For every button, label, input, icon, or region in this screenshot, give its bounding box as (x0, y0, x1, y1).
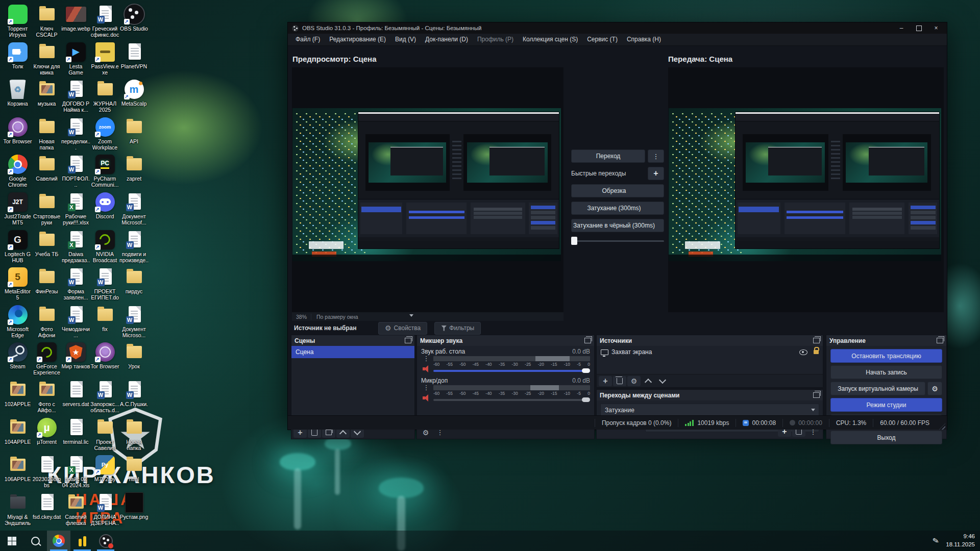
virtual-camera-settings-button[interactable] (927, 382, 942, 395)
popout-icon[interactable] (813, 338, 820, 343)
add-quick-transition-button[interactable] (648, 167, 664, 180)
desktop-icon[interactable]: Steam (3, 342, 32, 380)
desktop-icon[interactable]: Новая папка stugMaus (119, 417, 149, 455)
lock-icon[interactable] (814, 350, 819, 354)
popout-icon[interactable] (937, 338, 943, 343)
minimize-button[interactable]: – (893, 23, 910, 33)
desktop-icon[interactable]: Греческий сфинкс.docx (90, 4, 119, 42)
preview-canvas[interactable] (292, 67, 564, 312)
desktop-icon[interactable]: пирдус (119, 267, 149, 305)
desktop-icon[interactable]: Чемоданчи... (61, 305, 90, 342)
transition-bar-slider[interactable] (571, 236, 664, 245)
desktop-icon[interactable]: Учеба ТБ (32, 230, 61, 267)
scene-list-item[interactable]: Сцена (291, 346, 414, 358)
desktop-icon[interactable]: переделки... (61, 117, 90, 155)
desktop-icon[interactable]: fsd.ckey.dat (32, 492, 61, 530)
desktop-icon[interactable]: Документ Microso... (119, 305, 149, 342)
volume-slider[interactable] (433, 368, 590, 374)
source-up-button[interactable] (642, 376, 655, 386)
desktop-icon[interactable]: Проект Савелия (90, 417, 119, 455)
desktop-icon[interactable]: Рустам.png (119, 492, 149, 530)
quick-transition-crop[interactable]: Обрезка (571, 184, 664, 197)
popout-icon[interactable] (405, 338, 411, 343)
desktop-icon[interactable]: MetaScalp (119, 79, 149, 117)
desktop-icon[interactable]: fix (90, 305, 119, 342)
mute-speaker-icon[interactable] (423, 394, 430, 401)
remove-source-button[interactable] (613, 376, 626, 386)
desktop-icon[interactable]: Савелий флешка (61, 492, 90, 530)
desktop-icon[interactable]: 102APPLE (3, 380, 32, 417)
desktop-icon[interactable]: PlanetVPN (119, 42, 149, 80)
desktop-icon[interactable]: Фото Афони 10.11.22 (32, 305, 61, 342)
desktop-icon[interactable]: Google Chrome (3, 154, 32, 192)
obs-titlebar[interactable]: OBS Studio 31.0.3 - Профиль: Безымянный … (288, 22, 947, 34)
desktop-icon[interactable]: GeForce Experience (32, 342, 61, 380)
desktop-icon[interactable]: zapret (119, 154, 149, 192)
visibility-eye-icon[interactable] (799, 349, 807, 355)
desktop-icon[interactable]: image.webp (61, 4, 90, 42)
desktop-icon[interactable]: ФинРезы (32, 267, 61, 305)
taskbar-obs[interactable] (94, 531, 117, 551)
desktop-icon[interactable]: прайс 02 04 2024.xls (61, 455, 90, 492)
desktop-icon[interactable]: M7V2.py (90, 455, 119, 492)
desktop-icon[interactable]: ПОРТФОЛ... (61, 154, 90, 192)
zoom-level[interactable]: 38% (292, 314, 311, 320)
program-canvas[interactable] (668, 67, 944, 312)
desktop-icon[interactable]: µTorrent (32, 417, 61, 455)
desktop-icon[interactable]: А.С.Пушки... (119, 380, 149, 417)
zoom-mode[interactable]: По размеру окна (311, 314, 363, 320)
desktop-icon[interactable]: Фото с Айфо... (32, 380, 61, 417)
quick-transition-fade-black[interactable]: Затухание в чёрный (300ms) (571, 219, 664, 232)
desktop-icon[interactable]: Мир танков (61, 342, 90, 380)
transition-button[interactable]: Переход (571, 149, 645, 163)
control-button[interactable]: Запуск виртуальной камеры (830, 382, 925, 395)
desktop-icon[interactable]: музыка (32, 79, 61, 117)
desktop-icon[interactable]: ДОЛИНА ДЗЕРЕНА.... (90, 492, 119, 530)
taskbar-clock[interactable]: 9:46 18.11.2025 (946, 533, 975, 548)
menu-профиль[interactable]: Профиль (P) (473, 34, 518, 45)
desktop-icon[interactable]: Рабочие руки!!!.xlsx (61, 192, 90, 230)
desktop-icon[interactable]: Ключи для квика (32, 42, 61, 80)
close-button[interactable]: × (927, 23, 945, 33)
desktop-icon[interactable]: PyCharm Communi... (90, 154, 119, 192)
control-button[interactable]: Выход (830, 431, 942, 444)
desktop-icon[interactable]: Discord (90, 192, 119, 230)
transition-select[interactable]: Затухание (600, 404, 819, 416)
quick-transition-fade[interactable]: Затухание (300ms) (571, 202, 664, 215)
start-button[interactable] (0, 531, 23, 551)
desktop-icon[interactable]: Logitech G HUB (3, 230, 32, 267)
mute-speaker-icon[interactable] (423, 365, 430, 372)
desktop-icon[interactable]: Just2Trade MT5 Terminal (3, 192, 32, 230)
desktop-icon[interactable]: Lesta Game Center (61, 42, 90, 80)
desktop-icon[interactable]: terminal.lic (61, 417, 90, 455)
desktop-icon[interactable]: html (119, 455, 149, 492)
desktop-icon[interactable]: OBS Studio (119, 4, 149, 42)
control-button[interactable]: Начать запись (830, 365, 942, 379)
taskbar-quik[interactable] (70, 531, 94, 551)
desktop-icon[interactable]: ЖУРНАЛ 2025 (90, 79, 119, 117)
desktop-icon[interactable]: Савелий (32, 154, 61, 192)
menu-сервис[interactable]: Сервис (T) (582, 34, 622, 45)
menu-коллекция[interactable]: Коллекция сцен (S) (518, 34, 582, 45)
channel-menu-icon[interactable] (423, 356, 430, 361)
search-button[interactable] (23, 531, 47, 551)
resize-grip[interactable] (939, 423, 945, 430)
desktop-icon[interactable]: Форма заявлен... (61, 267, 90, 305)
desktop-icon[interactable]: ДОГОВО Р Найма к... (61, 79, 90, 117)
desktop-icon[interactable]: Запорожс... область.d... (90, 380, 119, 417)
desktop-icon[interactable]: NVIDIA Broadcast (90, 230, 119, 267)
maximize-button[interactable] (910, 23, 927, 33)
desktop-icon[interactable]: Документ Microsof... (119, 192, 149, 230)
desktop-icon[interactable]: Daiwa предзаказ... (61, 230, 90, 267)
desktop-icon[interactable]: 104APPLE (3, 417, 32, 455)
desktop-icon[interactable]: Торрент Игруха (3, 4, 32, 42)
properties-button[interactable]: Свойства (378, 322, 427, 335)
desktop-icon[interactable]: Корзина (3, 79, 32, 117)
filters-button[interactable]: Фильтры (434, 322, 481, 335)
desktop-icon[interactable]: servers.dat (61, 380, 90, 417)
desktop-icon[interactable]: Miyagi & Эндшпиль ... (3, 492, 32, 530)
desktop-icon[interactable]: Tor Browser (90, 342, 119, 380)
desktop-icon[interactable]: Tor Browser (3, 117, 32, 155)
popout-icon[interactable] (813, 392, 820, 398)
desktop-icon[interactable]: Толк (3, 42, 32, 80)
